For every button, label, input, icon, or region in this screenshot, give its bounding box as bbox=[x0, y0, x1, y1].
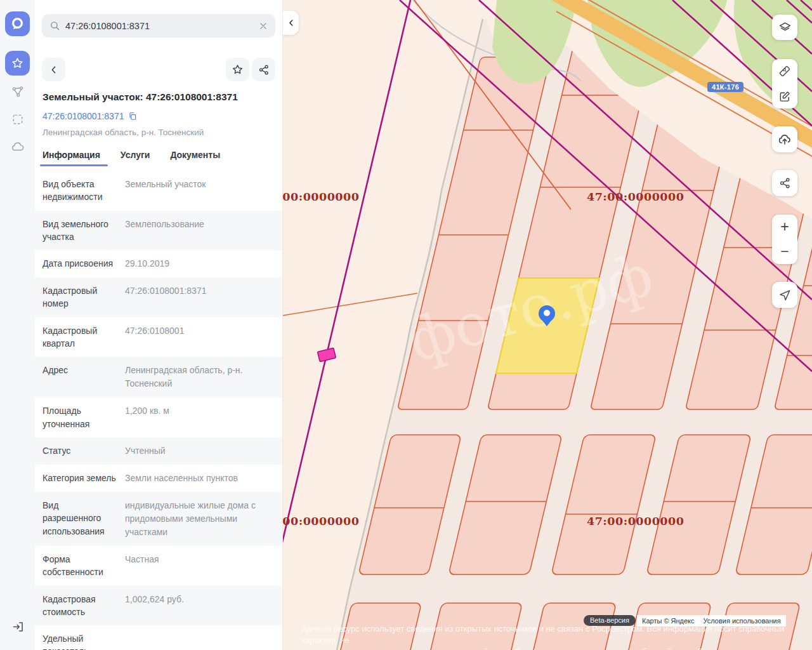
tab-bar: Информация Услуги Документы bbox=[43, 150, 275, 166]
star-icon bbox=[232, 63, 244, 76]
row-value bbox=[117, 632, 275, 650]
clear-search-icon[interactable] bbox=[259, 22, 268, 30]
quarter-label: 47:00:0000000 bbox=[283, 190, 359, 203]
zoom-in-button[interactable]: + bbox=[772, 215, 797, 239]
measure-draw-group bbox=[772, 59, 797, 109]
share-icon bbox=[779, 177, 791, 189]
row-value: 1,200 кв. м bbox=[117, 404, 275, 430]
ruler-button[interactable] bbox=[772, 59, 797, 84]
table-row: Дата присвоения 29.10.2019 bbox=[35, 250, 282, 277]
polygon-nodes-icon bbox=[11, 84, 24, 98]
row-value: Земельный участок bbox=[117, 178, 275, 204]
app-logo[interactable] bbox=[5, 11, 30, 36]
row-value: 47:26:0108001:8371 bbox=[117, 284, 275, 310]
details-panel: Земельный участок: 47:26:0108001:8371 47… bbox=[35, 0, 283, 650]
row-value: индивидуальные жилые дома с придомовыми … bbox=[117, 499, 275, 539]
chevron-left-icon bbox=[287, 18, 296, 27]
row-value: Учтенный bbox=[117, 444, 275, 458]
disclaimer-line: гарантируется точность и не имеет юридич… bbox=[301, 646, 806, 650]
app-window: Земельный участок: 47:26:0108001:8371 47… bbox=[0, 0, 812, 650]
row-value: Частная bbox=[117, 553, 275, 579]
info-table: Вид объекта недвижимости Земельный участ… bbox=[35, 171, 282, 650]
disclaimer-text: Данный ресурс использует сведения из отк… bbox=[301, 623, 806, 650]
table-row: Вид разрешенного использования индивидуа… bbox=[35, 492, 282, 546]
row-label: Статус bbox=[43, 444, 117, 458]
draw-icon bbox=[778, 90, 791, 103]
table-row: Форма собственности Частная bbox=[35, 546, 282, 586]
sidebar-item-area-select[interactable] bbox=[5, 107, 30, 131]
quarter-label: 47:00:0000000 bbox=[283, 515, 359, 527]
table-row: Кадастровый номер 47:26:0108001:8371 bbox=[35, 277, 282, 317]
table-row: Удельный показатель bbox=[35, 625, 282, 650]
locate-icon bbox=[778, 289, 791, 302]
icon-rail bbox=[0, 0, 35, 650]
row-label: Кадастровый квартал bbox=[43, 324, 117, 350]
table-row: Адрес Ленинградская область, р-н. Тоснен… bbox=[35, 357, 282, 397]
table-row: Статус Учтенный bbox=[35, 437, 282, 465]
chevron-left-icon bbox=[49, 65, 59, 75]
row-label: Кадастровый номер bbox=[43, 284, 117, 310]
table-row: Кадастровая стоимость 1,002,624 руб. bbox=[35, 586, 282, 626]
details-header bbox=[42, 58, 275, 81]
row-value: 1,002,624 руб. bbox=[117, 593, 275, 619]
row-value: Ленинградская область, р-н. Тосненский bbox=[117, 364, 275, 390]
cadastral-number-text[interactable]: 47:26:0108001:8371 bbox=[43, 111, 124, 121]
back-button[interactable] bbox=[42, 58, 65, 81]
row-value: 47:26:0108001 bbox=[117, 324, 275, 350]
login-button[interactable] bbox=[9, 618, 27, 635]
sidebar-item-favorites[interactable] bbox=[5, 51, 30, 76]
map-canvas[interactable]: фото.рф 47:00:0000000 47:00:0000000 47:0… bbox=[283, 0, 812, 650]
row-label: Удельный показатель bbox=[43, 632, 117, 650]
search-icon bbox=[49, 20, 60, 31]
map-area[interactable]: фото.рф 47:00:0000000 47:00:0000000 47:0… bbox=[283, 0, 812, 650]
share-icon bbox=[258, 64, 270, 76]
layers-icon bbox=[778, 21, 792, 34]
row-label: Вид земельного участка bbox=[43, 218, 117, 244]
favorites-star-icon bbox=[11, 56, 24, 70]
locate-button[interactable] bbox=[772, 282, 797, 308]
row-label: Вид разрешенного использования bbox=[43, 499, 117, 539]
collapse-panel-button[interactable] bbox=[283, 11, 299, 35]
sidebar-item-polygon-tool[interactable] bbox=[5, 79, 30, 103]
quarter-label: 47:00:0000000 bbox=[587, 515, 684, 527]
row-label: Адрес bbox=[43, 364, 117, 390]
upload-button[interactable] bbox=[772, 126, 797, 152]
favorite-button[interactable] bbox=[226, 58, 249, 81]
zoom-out-button[interactable]: − bbox=[772, 239, 797, 264]
row-value: Землепользование bbox=[117, 218, 275, 244]
row-value: 29.10.2019 bbox=[117, 257, 275, 270]
location-subtitle: Ленинградская область, р-н. Тосненский bbox=[43, 128, 275, 137]
copy-icon[interactable] bbox=[128, 112, 137, 121]
row-label: Дата присвоения bbox=[43, 257, 117, 270]
search-input[interactable] bbox=[65, 21, 254, 31]
cloud-icon bbox=[11, 140, 25, 154]
table-row: Площадь уточненная 1,200 кв. м bbox=[35, 397, 282, 437]
cloud-upload-icon bbox=[778, 133, 792, 147]
table-row: Кадастровый квартал 47:26:0108001 bbox=[35, 317, 282, 357]
tab-information[interactable]: Информация bbox=[43, 150, 100, 166]
disclaimer-line: Данный ресурс использует сведения из отк… bbox=[301, 623, 806, 646]
map-share-button[interactable] bbox=[772, 170, 797, 196]
tab-documents[interactable]: Документы bbox=[170, 150, 220, 166]
row-value: Земли населенных пунктов bbox=[117, 472, 275, 485]
row-label: Кадастровая стоимость bbox=[43, 593, 117, 619]
area-select-icon bbox=[11, 113, 24, 126]
row-label: Вид объекта недвижимости bbox=[43, 178, 117, 204]
ruler-icon bbox=[778, 65, 791, 78]
cadastral-number-link[interactable]: 47:26:0108001:8371 bbox=[43, 111, 275, 121]
page-title: Земельный участок: 47:26:0108001:8371 bbox=[43, 91, 275, 103]
quarter-label: 47:00:0000000 bbox=[587, 190, 684, 203]
row-label: Форма собственности bbox=[43, 553, 117, 579]
table-row: Вид земельного участка Землепользование bbox=[35, 211, 282, 251]
table-row: Категория земель Земли населенных пункто… bbox=[35, 465, 282, 492]
sidebar-item-cloud[interactable] bbox=[5, 135, 30, 159]
search-bar[interactable] bbox=[42, 14, 275, 37]
share-button[interactable] bbox=[252, 58, 275, 81]
zoom-group: + − bbox=[772, 215, 797, 264]
tab-services[interactable]: Услуги bbox=[121, 150, 150, 166]
layers-button[interactable] bbox=[772, 15, 797, 40]
login-icon bbox=[11, 620, 25, 633]
road-label-badge: 41К-176 bbox=[707, 82, 743, 92]
draw-button[interactable] bbox=[772, 84, 797, 109]
row-label: Площадь уточненная bbox=[43, 404, 117, 430]
